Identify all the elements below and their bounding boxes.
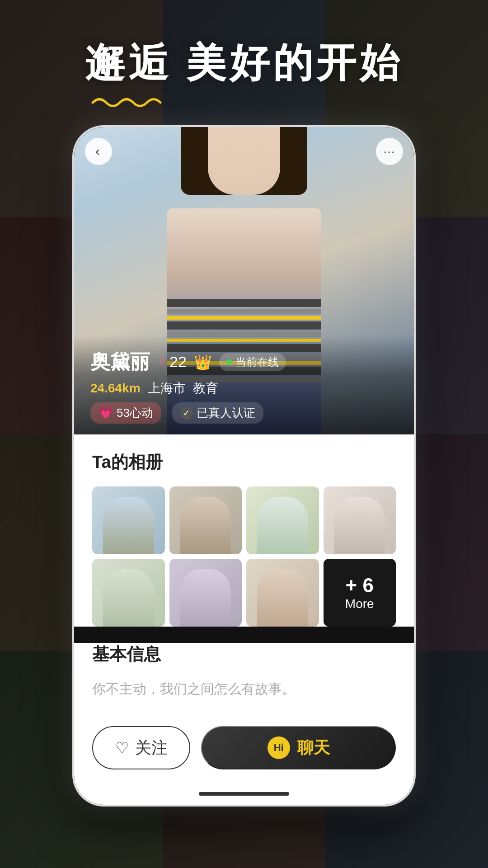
follow-label: 关注 [135, 737, 168, 759]
album-grid: + 6 More [92, 486, 396, 627]
basic-info-title: 基本信息 [92, 643, 396, 666]
more-label: More [345, 597, 374, 611]
gender-symbol: ♀ [157, 355, 167, 369]
album-photo-5[interactable] [92, 559, 165, 627]
more-dots-icon: ··· [384, 145, 395, 158]
profile-name-row: 奥黛丽 ♀ 22 👑 当前在线 [90, 349, 398, 375]
more-button[interactable]: ··· [376, 138, 403, 165]
album-section: Ta的相册 [74, 434, 414, 627]
phone-mockup: ‹ ··· 奥黛丽 ♀ 22 👑 当前在线 [72, 125, 416, 807]
back-arrow-icon: ‹ [95, 144, 99, 159]
gender-icon: ♀ 22 [157, 353, 187, 371]
online-badge: 当前在线 [219, 353, 286, 371]
profile-distance: 24.64km [90, 381, 141, 396]
album-photo-1[interactable] [92, 486, 165, 554]
more-count: + 6 [346, 574, 374, 597]
profile-age: 22 [169, 353, 187, 371]
crown-icon: 👑 [194, 354, 212, 371]
heart-icon: 💗 [99, 406, 113, 420]
home-indicator [74, 788, 414, 805]
profile-education: 教育 [193, 380, 218, 397]
action-bar: ♡ 关注 Hi 聊天 [74, 715, 414, 788]
back-button[interactable]: ‹ [85, 138, 112, 165]
follow-heart-icon: ♡ [115, 739, 129, 757]
home-bar [199, 792, 289, 796]
online-dot [226, 359, 232, 365]
heart-count: 53心动 [117, 405, 153, 421]
verified-badge: ✓ 已真人认证 [172, 402, 263, 424]
album-photo-3[interactable] [246, 486, 319, 554]
album-photo-7[interactable] [246, 559, 319, 627]
check-icon: ✓ [180, 407, 193, 420]
online-text: 当前在线 [235, 355, 279, 369]
album-photo-2[interactable] [169, 486, 242, 554]
album-more-cell[interactable]: + 6 More [324, 559, 396, 627]
profile-info-overlay: 奥黛丽 ♀ 22 👑 当前在线 24.64km 上海市 教育 [74, 335, 414, 434]
album-photo-4[interactable] [324, 486, 396, 554]
profile-photo-area: ‹ ··· 奥黛丽 ♀ 22 👑 当前在线 [74, 127, 414, 434]
follow-button[interactable]: ♡ 关注 [92, 726, 190, 769]
squiggle-icon [90, 94, 163, 107]
page-content: 邂逅 美好的开始 [0, 0, 488, 868]
person-hair-inner [208, 127, 280, 195]
profile-stats-row: 💗 53心动 ✓ 已真人认证 [90, 402, 398, 424]
hi-badge-text: Hi [274, 742, 284, 754]
album-title: Ta的相册 [92, 451, 396, 474]
basic-info-section: 基本信息 你不主动，我们之间怎么有故事。 [74, 643, 414, 715]
album-photo-6[interactable] [169, 559, 242, 627]
verified-text: 已真人认证 [197, 405, 255, 421]
heart-badge: 💗 53心动 [90, 402, 161, 424]
chat-button[interactable]: Hi 聊天 [201, 726, 396, 769]
bio-text: 你不主动，我们之间怎么有故事。 [92, 679, 396, 699]
profile-city: 上海市 [148, 380, 186, 397]
profile-meta-row: 24.64km 上海市 教育 [90, 380, 398, 397]
headline-decoration [36, 94, 452, 107]
headline-text: 邂逅 美好的开始 [36, 36, 452, 90]
hi-badge: Hi [267, 736, 290, 759]
album-more-overlay: + 6 More [324, 559, 396, 627]
person-hair [181, 127, 307, 195]
chat-label: 聊天 [297, 737, 330, 759]
profile-name: 奥黛丽 [90, 349, 150, 375]
headline: 邂逅 美好的开始 [0, 36, 488, 107]
